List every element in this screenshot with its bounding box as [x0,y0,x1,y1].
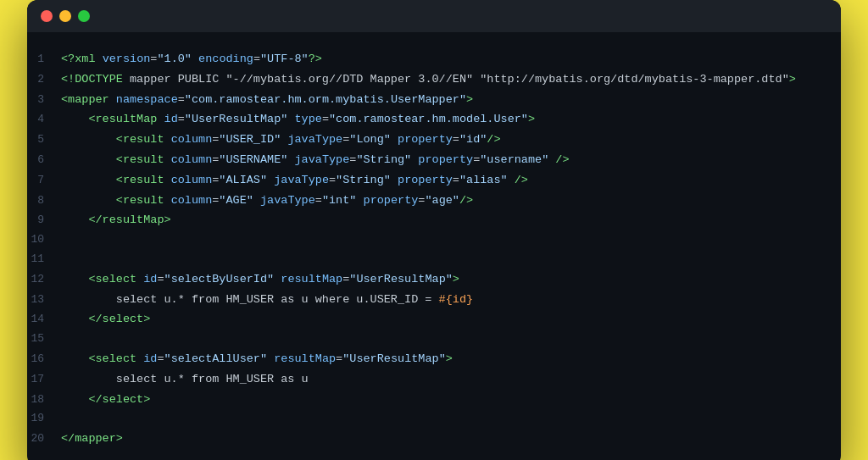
code-token: "int" [322,194,357,207]
code-token: /> [508,174,528,186]
code-token: javaType [287,133,342,146]
code-token: property [418,153,473,166]
code-token: select u.* from HM_USER as u where u.USE… [61,293,439,306]
code-token: column [171,153,213,166]
minimize-button[interactable] [59,10,71,22]
code-token: "UserResultMap" [349,273,453,285]
code-token: = [178,113,185,125]
line-number: 5 [27,131,61,149]
code-token: select u.* from HM_USER as u [61,373,309,385]
code-token: "1.0" [157,53,192,65]
code-token: type [295,113,322,125]
code-line: 13 select u.* from HM_USER as u where u.… [27,290,841,310]
code-token [391,133,398,146]
maximize-button[interactable] [78,10,90,22]
line-content: <result column="USERNAME" javaType="Stri… [61,151,570,169]
code-token [61,113,88,125]
code-token: result [123,133,164,146]
line-content: </select> [61,391,150,409]
code-token: mapper [75,432,116,445]
code-token: xml [75,53,95,65]
line-number: 8 [27,192,61,210]
code-token: "AGE" [219,194,253,207]
code-token: </ [88,213,102,226]
line-content: <mapper namespace="com.ramostear.hm.orm.… [61,91,473,109]
code-token: < [88,352,95,365]
code-token: "String" [336,174,391,186]
line-content: <select id="selectAllUser" resultMap="Us… [61,350,453,369]
code-token: > [446,352,453,365]
code-token: select [96,352,137,365]
code-editor: 1<?xml version="1.0" encoding="UTF-8"?>2… [27,32,841,460]
line-content: </resultMap> [61,211,171,230]
code-line: 3<mapper namespace="com.ramostear.hm.orm… [27,90,841,110]
code-token: > [164,213,171,226]
code-token: "id" [459,133,487,146]
code-token [61,313,88,325]
code-token [164,153,171,166]
code-token: version [103,53,151,65]
code-token: = [157,352,164,365]
code-line: 19 [27,409,841,429]
code-token: < [88,113,95,125]
code-token [109,93,116,106]
code-token: "UserResultMap" [185,113,288,125]
code-token: = [336,352,342,365]
code-token: resultMap [281,273,342,285]
code-token [96,53,103,65]
code-token: DOCTYPE [75,73,123,86]
line-number: 13 [27,291,61,309]
code-token [267,352,274,365]
code-line: 14 </select> [27,309,841,330]
code-token: = [315,194,322,207]
line-content: <select id="selectByUserId" resultMap="U… [61,270,459,289]
code-token: > [143,393,150,406]
code-token: > [466,93,473,106]
line-number: 4 [27,111,61,129]
code-token [157,113,164,125]
titlebar [27,0,841,32]
code-token [61,352,88,365]
code-token: "selectAllUser" [164,352,268,365]
line-number: 18 [27,391,61,409]
close-button[interactable] [41,10,53,22]
line-number: 19 [27,410,61,428]
code-token: < [116,194,123,207]
code-token: = [453,174,459,186]
code-token: /> [548,153,569,166]
code-token: < [61,93,68,106]
code-token [61,174,116,186]
code-token [61,133,116,146]
code-token: > [789,73,796,86]
code-token: <? [61,53,75,65]
code-line: 15 [27,330,841,349]
code-token: = [253,53,260,65]
code-token: /> [487,133,500,146]
line-number: 10 [27,231,61,249]
code-token: id [143,352,157,365]
code-token: resultMap [274,352,336,365]
code-token: result [123,194,164,207]
code-token: namespace [116,93,178,106]
code-token: result [123,153,164,166]
line-number: 2 [27,71,61,89]
code-token: encoding [198,53,253,65]
code-line: 12 <select id="selectByUserId" resultMap… [27,269,841,290]
code-line: 4 <resultMap id="UserResultMap" type="co… [27,109,841,130]
code-line: 2<!DOCTYPE mapper PUBLIC "-//mybatis.org… [27,69,841,90]
code-token: resultMap [103,213,164,226]
code-line: 16 <select id="selectAllUser" resultMap=… [27,349,841,369]
code-token: </ [61,432,75,445]
code-token: = [157,273,164,285]
code-line: 10 [27,230,841,250]
line-number: 15 [27,330,61,348]
code-window: 1<?xml version="1.0" encoding="UTF-8"?>2… [27,0,841,460]
code-token: "String" [356,153,411,166]
code-token: javaType [260,194,315,207]
line-number: 14 [27,311,61,329]
code-line: 18 </select> [27,390,841,410]
code-line: 20</mapper> [27,429,841,449]
code-token: mapper [68,93,109,106]
line-content: <result column="USER_ID" javaType="Long"… [61,130,501,149]
code-token [61,393,88,406]
